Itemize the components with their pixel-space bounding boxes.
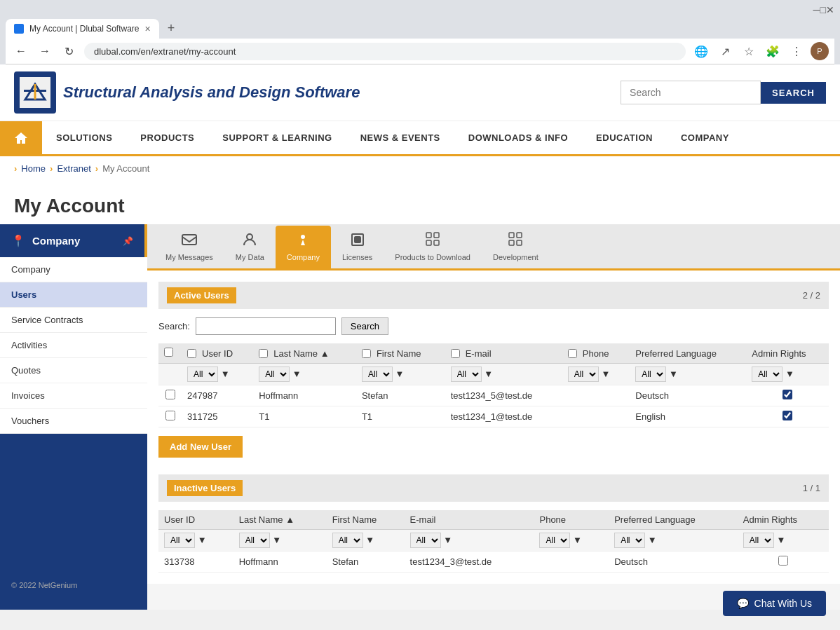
in-filter-lang[interactable]: All — [614, 533, 645, 548]
row1-userid: 247987 — [182, 385, 253, 406]
nav-home-btn[interactable] — [0, 121, 42, 154]
maximize-btn[interactable]: □ — [820, 4, 826, 15]
filter-userid[interactable]: All — [187, 367, 218, 382]
share-icon[interactable]: ↗ — [715, 41, 735, 61]
header-search-button[interactable]: SEARCH — [761, 82, 826, 104]
search-row: Search: Search — [158, 317, 829, 335]
address-bar[interactable] — [84, 43, 686, 60]
tabs-and-content: My Messages My Data — [147, 224, 840, 610]
row1-checkbox[interactable] — [165, 390, 175, 399]
bookmark-icon[interactable]: ☆ — [739, 41, 759, 61]
tab-development[interactable]: Development — [482, 224, 550, 268]
filter-lang[interactable]: All — [635, 367, 666, 382]
in-filter-lastname[interactable]: All — [239, 533, 270, 548]
tab-licenses[interactable]: Licenses — [331, 226, 384, 268]
col-phone-label: Phone — [583, 348, 609, 359]
filter-firstname[interactable]: All — [362, 367, 393, 382]
back-btn[interactable]: ← — [11, 41, 31, 61]
inrow1-email: test1234_3@test.de — [405, 552, 534, 573]
in-filter-phone[interactable]: All — [539, 533, 570, 548]
profile-avatar[interactable]: P — [811, 42, 829, 60]
incol-userid: User ID — [158, 510, 233, 530]
sidebar-item-vouchers[interactable]: Vouchers — [0, 409, 147, 434]
sidebar-item-invoices[interactable]: Invoices — [0, 383, 147, 409]
in-filter-firstname[interactable]: All — [332, 533, 363, 548]
content-area: Active Users 2 / 2 Search: Search — [147, 271, 840, 584]
sidebar-item-users[interactable]: Users — [0, 282, 147, 308]
breadcrumb-home[interactable]: Home — [21, 163, 46, 174]
extensions-icon[interactable]: 🧩 — [763, 41, 783, 61]
close-tab-icon[interactable]: × — [145, 23, 151, 34]
in-filter-admin[interactable]: All — [743, 533, 774, 548]
menu-icon[interactable]: ⋮ — [787, 41, 806, 61]
header-search-input[interactable] — [621, 81, 761, 104]
filter-arrow7: ▼ — [785, 369, 794, 379]
filter-email[interactable]: All — [451, 367, 482, 382]
close-btn[interactable]: ✕ — [826, 4, 834, 15]
minimize-btn[interactable]: ─ — [813, 4, 820, 15]
browser-tab[interactable]: My Account | Dlubal Software × — [6, 19, 159, 39]
col-admin-label: Admin Rights — [752, 348, 806, 359]
nav-support[interactable]: SUPPORT & LEARNING — [208, 121, 346, 154]
site-header: Structural Analysis and Design Software … — [0, 64, 840, 121]
breadcrumb-current: My Account — [102, 163, 149, 174]
nav-news[interactable]: NEWS & EVENTS — [346, 121, 454, 154]
location-icon: 📍 — [11, 234, 25, 247]
tab-company[interactable]: Company — [276, 226, 331, 268]
filter-arrow4: ▼ — [484, 369, 493, 379]
logo[interactable]: Structural Analysis and Design Software — [14, 71, 360, 114]
filter-admin[interactable]: All — [752, 367, 783, 382]
sidebar-company-header[interactable]: 📍 Company 📌 — [0, 224, 147, 257]
inrow1-admin-checkbox[interactable] — [778, 556, 788, 566]
translate-icon[interactable]: 🌐 — [691, 41, 711, 61]
sidebar-footer: © 2022 NetGenium — [0, 574, 147, 596]
tab-my-data[interactable]: My Data — [224, 226, 276, 268]
nav-downloads[interactable]: DOWNLOADS & INFO — [454, 121, 582, 154]
row2-checkbox[interactable] — [165, 411, 175, 420]
sidebar-item-service-contracts[interactable]: Service Contracts — [0, 308, 147, 333]
col-firstname-checkbox[interactable] — [362, 349, 371, 358]
nav-company[interactable]: COMPANY — [667, 121, 743, 154]
forward-btn[interactable]: → — [35, 41, 55, 61]
refresh-btn[interactable]: ↻ — [59, 41, 79, 61]
filter-lastname[interactable]: All — [259, 367, 290, 382]
active-user-row-2: 311725 T1 T1 test1234_1@test.de English — [158, 406, 829, 427]
in-filter-email[interactable]: All — [410, 533, 441, 548]
col-phone-checkbox[interactable] — [568, 349, 577, 358]
inactive-user-row-1: 313738 Hoffmann Stefan test1234_3@test.d… — [158, 552, 829, 573]
nav-products[interactable]: PRODUCTS — [126, 121, 208, 154]
breadcrumb-extranet[interactable]: Extranet — [57, 163, 90, 174]
products-icon — [425, 231, 440, 250]
filter-arrow2: ▼ — [292, 369, 302, 379]
col-checkbox-all — [158, 343, 182, 364]
svg-rect-8 — [426, 233, 431, 238]
incol-lastname: Last Name ▲ — [233, 510, 327, 530]
tab-products-label: Products to Download — [395, 253, 470, 261]
tab-products-download[interactable]: Products to Download — [384, 224, 482, 268]
add-new-user-button[interactable]: Add New User — [158, 436, 243, 458]
col-lastname-checkbox[interactable] — [259, 349, 268, 358]
svg-point-4 — [247, 234, 252, 240]
search-button[interactable]: Search — [341, 317, 388, 335]
active-users-header: Active Users 2 / 2 — [158, 282, 829, 309]
col-userid-checkbox[interactable] — [187, 349, 196, 358]
in-filter-userid[interactable]: All — [164, 533, 195, 548]
chat-with-us-button[interactable]: 💬 Chat With Us — [723, 591, 826, 610]
tab-my-messages[interactable]: My Messages — [154, 227, 224, 268]
search-label: Search: — [158, 321, 190, 331]
tab-title: My Account | Dlubal Software — [29, 24, 140, 34]
new-tab-button[interactable]: + — [162, 18, 181, 39]
filter-phone[interactable]: All — [568, 367, 599, 382]
nav-solutions[interactable]: SOLUTIONS — [42, 121, 126, 154]
row1-admin-checkbox[interactable] — [783, 390, 792, 399]
sidebar-item-company[interactable]: Company — [0, 257, 147, 282]
sidebar-item-quotes[interactable]: Quotes — [0, 358, 147, 383]
inactive-users-count: 1 / 1 — [803, 483, 820, 493]
search-input[interactable] — [196, 317, 336, 335]
main-content: 📍 Company 📌 Company Users Service Contra… — [0, 224, 840, 610]
nav-education[interactable]: EDUCATION — [582, 121, 667, 154]
select-all-checkbox[interactable] — [164, 348, 173, 357]
row2-admin-checkbox[interactable] — [783, 411, 792, 420]
col-email-checkbox[interactable] — [451, 349, 460, 358]
sidebar-item-activities[interactable]: Activities — [0, 333, 147, 358]
